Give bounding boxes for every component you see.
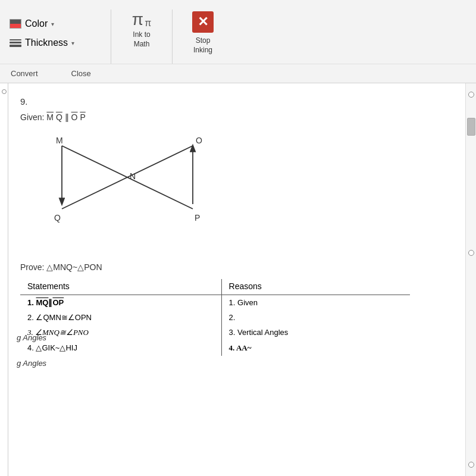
content-area: g Angles g Angles 9. Given: M Q ‖ O P xyxy=(0,83,476,476)
table-row: 3. ∠MNQ≅∠PNO 3. Vertical Angles xyxy=(20,325,410,340)
ink-to-math-line2: Math xyxy=(134,40,150,49)
toolbar-divider-v2 xyxy=(172,10,173,69)
given-q: Q xyxy=(56,112,62,122)
label-n: N xyxy=(130,171,136,181)
table-row: 2. ∠QMN≅∠OPN 2. xyxy=(20,310,410,325)
geometry-diagram: M N O Q P xyxy=(26,133,453,248)
stmt1-text: 1. MQ‖OP xyxy=(27,298,64,307)
diagram-svg: M N O Q P xyxy=(26,133,228,246)
statement-2: 2. ∠QMN≅∠OPN xyxy=(20,310,221,325)
ink-to-math-line1: Ink to xyxy=(133,30,150,40)
statement-1: 1. MQ‖OP xyxy=(20,295,221,311)
label-o: O xyxy=(196,136,202,145)
color-swatch-icon xyxy=(10,19,21,29)
label-m: M xyxy=(56,136,63,145)
reasons-header: Reasons xyxy=(221,279,410,295)
thickness-dropdown-arrow: ▾ xyxy=(71,40,74,46)
main-paper: g Angles g Angles 9. Given: M Q ‖ O P xyxy=(8,83,465,476)
math-icon: ππ xyxy=(132,11,151,28)
left-handle-bar xyxy=(0,83,8,476)
reason4-text: 4. AA~ xyxy=(229,343,252,352)
statement-4: 4. △GIK~△HIJ xyxy=(20,340,221,356)
toolbar-left-group: Color ▾ Thickness ▾ xyxy=(6,5,101,50)
reason-4: 4. AA~ xyxy=(221,340,410,356)
stop-inking-button[interactable]: ✕ Stop Inking xyxy=(182,7,224,59)
given-statement: Given: M Q ‖ O P xyxy=(20,112,453,122)
prove-statement: Prove: △MNQ~△PON xyxy=(20,262,453,272)
thickness-icon xyxy=(10,39,21,47)
given-mq: M xyxy=(46,112,54,122)
toolbar: Color ▾ Thickness ▾ ππ Ink to Math ✕ Sto… xyxy=(0,0,476,83)
statement-3: 3. ∠MNQ≅∠PNO xyxy=(20,325,221,340)
convert-button[interactable]: Convert xyxy=(6,67,43,80)
given-prefix: Given: xyxy=(20,112,46,122)
stop-inking-line2: Inking xyxy=(193,46,212,55)
right-scrollbar[interactable] xyxy=(465,83,476,476)
given-parallel: ‖ xyxy=(65,112,69,122)
given-p: P xyxy=(80,112,85,122)
reason-1: 1. Given xyxy=(221,295,410,311)
reason3-text: 3. Vertical Angles xyxy=(229,328,289,337)
color-dropdown-arrow: ▾ xyxy=(51,21,54,27)
reason-2: 2. xyxy=(221,310,410,325)
toolbar-bottom-row: Convert Close xyxy=(0,64,476,83)
side-note-1: g Angles xyxy=(17,333,46,342)
prove-label: Prove: △MNQ~△PON xyxy=(20,262,102,272)
stop-x-symbol: ✕ xyxy=(198,15,208,29)
given-op: O xyxy=(71,112,78,122)
close-button[interactable]: Close xyxy=(67,67,96,80)
proof-table: Statements Reasons 1. MQ‖OP 1. Given xyxy=(20,279,410,356)
scrollbar-area xyxy=(467,118,475,136)
reason2-text: 2. xyxy=(229,313,236,322)
reason-3: 3. Vertical Angles xyxy=(221,325,410,340)
table-row: 4. △GIK~△HIJ 4. AA~ xyxy=(20,340,410,356)
handle-circle-top[interactable] xyxy=(2,89,7,94)
side-notes: g Angles g Angles xyxy=(17,333,46,368)
color-label: Color xyxy=(25,18,48,29)
scrollbar-thumb[interactable] xyxy=(467,118,475,136)
scroll-handle-bot[interactable] xyxy=(468,462,474,468)
label-p: P xyxy=(195,213,200,223)
scroll-handle-mid[interactable] xyxy=(468,250,474,256)
thickness-button[interactable]: Thickness ▾ xyxy=(6,36,101,50)
statements-header: Statements xyxy=(20,279,221,295)
ink-to-math-button[interactable]: ππ Ink to Math xyxy=(121,7,162,53)
toolbar-divider-v1 xyxy=(111,10,111,69)
stop-icon: ✕ xyxy=(192,11,214,33)
color-button[interactable]: Color ▾ xyxy=(6,17,101,31)
reason1-text: 1. Given xyxy=(229,298,258,307)
table-row: 1. MQ‖OP 1. Given xyxy=(20,295,410,311)
thickness-label: Thickness xyxy=(25,37,68,48)
scroll-handle-top[interactable] xyxy=(468,92,474,98)
problem-number: 9. xyxy=(20,96,453,107)
side-note-2: g Angles xyxy=(17,359,46,368)
label-q: Q xyxy=(54,213,61,223)
stmt2-text: 2. ∠QMN≅∠OPN xyxy=(27,313,92,322)
stop-inking-line1: Stop xyxy=(196,36,211,46)
